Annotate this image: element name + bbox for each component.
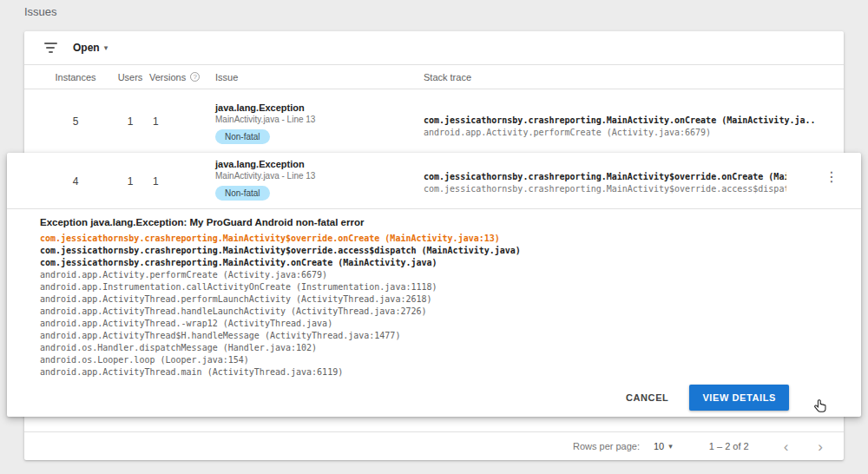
versions-value: 1 [149, 89, 215, 155]
page-title: Issues [24, 5, 57, 18]
chevron-down-icon: ▾ [104, 43, 108, 52]
rows-per-page-select[interactable]: 10 ▾ [654, 441, 673, 451]
users-value: 1 [111, 89, 149, 155]
chevron-down-icon: ▾ [668, 442, 673, 451]
table-row[interactable]: 5 1 1 java.lang.Exception MainActivity.j… [24, 89, 844, 155]
kebab-menu-icon[interactable]: ⋮ [825, 170, 838, 184]
stack-frame-app: com.jessicathornsby.crashreporting.MainA… [40, 257, 828, 269]
issue-cell: java.lang.Exception MainActivity.java - … [215, 89, 424, 155]
column-header-issue: Issue [215, 72, 424, 82]
stack-frame: android.app.Instrumentation.callActivity… [40, 281, 828, 293]
stack-frame: android.os.Looper.loop (Looper.java:154) [40, 354, 828, 366]
stack-trace-line-2: android.app.Activity.performCreate (Acti… [424, 128, 830, 137]
stack-trace-cell: com.jessicathornsby.crashreporting.MainA… [424, 153, 800, 208]
filter-icon[interactable] [43, 43, 57, 53]
users-value: 1 [111, 153, 149, 208]
table-row-expanded[interactable]: 4 1 1 java.lang.Exception MainActivity.j… [7, 153, 861, 208]
pagination-footer: Rows per page: 10 ▾ 1 – 2 of 2 ‹ › [24, 431, 844, 460]
issue-title: java.lang.Exception [215, 159, 415, 169]
full-stack-trace: com.jessicathornsby.crashreporting.MainA… [40, 233, 828, 379]
status-filter-dropdown[interactable]: Open ▾ [73, 42, 108, 54]
stack-frame: android.app.ActivityThread.main (Activit… [40, 366, 828, 379]
stack-frame: android.app.ActivityThread.handleLaunchA… [40, 306, 828, 318]
column-header-instances: Instances [40, 72, 111, 82]
stack-frame: android.app.ActivityThread.performLaunch… [40, 293, 828, 306]
table-header-row: Instances Users Versions ? Issue Stack t… [24, 65, 844, 89]
previous-page-button[interactable]: ‹ [784, 439, 789, 454]
rows-per-page-value: 10 [654, 441, 664, 451]
status-filter-label: Open [73, 42, 100, 54]
status-badge: Non-fatal [215, 186, 270, 201]
instances-value: 4 [40, 153, 111, 208]
view-details-button[interactable]: VIEW DETAILS [689, 385, 789, 411]
column-header-stack-trace: Stack trace [424, 72, 844, 82]
stack-frame: android.app.ActivityThread.-wrap12 (Acti… [40, 318, 828, 330]
versions-value: 1 [149, 153, 215, 208]
pagination-range: 1 – 2 of 2 [709, 441, 749, 451]
cancel-button[interactable]: CANCEL [615, 385, 679, 410]
instances-value: 5 [40, 89, 111, 155]
expanded-issue-card: 4 1 1 java.lang.Exception MainActivity.j… [7, 153, 861, 417]
issue-cell: java.lang.Exception MainActivity.java - … [215, 153, 424, 208]
stack-frame: android.app.Activity.performCreate (Acti… [40, 269, 828, 281]
next-page-button[interactable]: › [818, 439, 823, 454]
issue-location: MainActivity.java - Line 13 [215, 115, 415, 124]
column-header-users: Users [111, 72, 149, 82]
column-header-versions: Versions ? [149, 72, 215, 82]
exception-title: Exception java.lang.Exception: My ProGua… [40, 217, 828, 227]
stack-frame: android.os.Handler.dispatchMessage (Hand… [40, 342, 828, 354]
help-icon[interactable]: ? [190, 72, 200, 82]
issue-location: MainActivity.java - Line 13 [215, 171, 415, 181]
detail-actions: CANCEL VIEW DETAILS [40, 379, 828, 411]
stack-frame-app: com.jessicathornsby.crashreporting.MainA… [40, 245, 828, 257]
status-badge: Non-fatal [215, 129, 270, 144]
rows-per-page-label: Rows per page: [573, 441, 640, 451]
issue-title: java.lang.Exception [215, 102, 415, 113]
stack-trace-cell: com.jessicathornsby.crashreporting.MainA… [424, 89, 844, 155]
column-header-versions-label: Versions [149, 72, 186, 82]
stack-frame-highlighted: com.jessicathornsby.crashreporting.MainA… [40, 233, 828, 245]
exception-detail-panel: Exception java.lang.Exception: My ProGua… [7, 209, 861, 411]
stack-trace-line-1: com.jessicathornsby.crashreporting.MainA… [424, 172, 786, 181]
stack-trace-line-1: com.jessicathornsby.crashreporting.MainA… [424, 115, 830, 125]
stack-frame: android.app.ActivityThread$H.handleMessa… [40, 330, 828, 342]
stack-trace-line-2: com.jessicathornsby.crashreporting.MainA… [424, 184, 786, 194]
filter-toolbar: Open ▾ [24, 31, 844, 65]
